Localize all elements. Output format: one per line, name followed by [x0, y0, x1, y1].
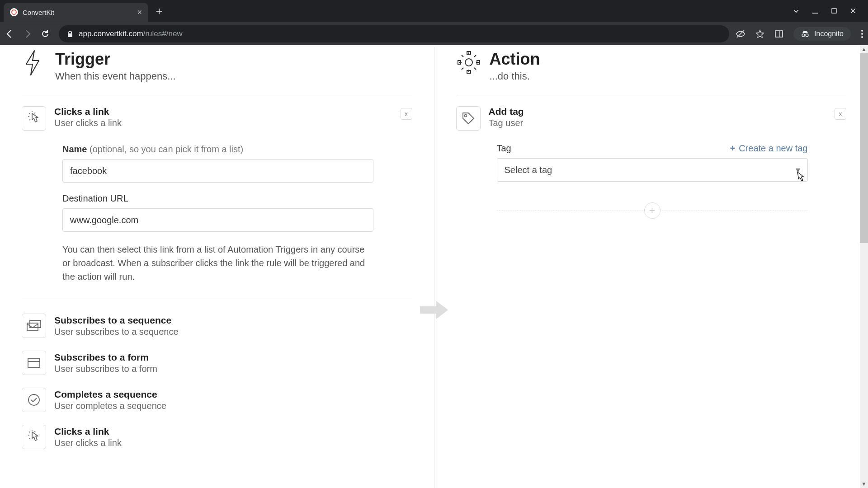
vertical-scrollbar[interactable]: ▲ ▼ — [860, 45, 868, 488]
option-title: Subscribes to a sequence — [54, 315, 179, 326]
incognito-icon — [801, 31, 810, 37]
svg-rect-12 — [27, 323, 38, 330]
arrow-right-icon — [418, 298, 450, 322]
eye-off-icon[interactable] — [736, 29, 745, 39]
svg-rect-2 — [832, 9, 836, 13]
kebab-menu-icon[interactable] — [861, 29, 863, 38]
tag-label: Tag — [497, 143, 511, 154]
svg-point-16 — [28, 394, 39, 405]
new-tab-button[interactable]: ＋ — [154, 4, 165, 18]
action-selected-card: Add tag Tag user x — [456, 105, 847, 131]
url-label: Destination URL — [62, 193, 412, 204]
svg-point-0 — [12, 10, 16, 14]
trigger-remove-button[interactable]: x — [401, 108, 412, 120]
scroll-down-icon[interactable]: ▼ — [860, 480, 868, 488]
svg-point-8 — [806, 34, 808, 37]
incognito-label: Incognito — [814, 30, 844, 38]
window-controls — [793, 8, 864, 14]
pointer-click-icon — [22, 425, 46, 449]
url-host: app.convertkit.com — [79, 29, 143, 38]
divider — [456, 95, 847, 95]
create-tag-button[interactable]: + Create a new tag — [730, 143, 807, 154]
trigger-header: Trigger When this event happens... — [22, 47, 412, 82]
browser-chrome: ConvertKit × ＋ — [0, 0, 868, 45]
tab-title: ConvertKit — [23, 9, 132, 16]
mail-stack-icon — [22, 314, 46, 338]
panel-icon[interactable] — [774, 29, 783, 38]
svg-point-18 — [464, 115, 467, 117]
close-tab-icon[interactable]: × — [137, 8, 142, 17]
pointer-click-icon — [22, 106, 46, 131]
svg-point-10 — [861, 33, 863, 35]
favicon-icon — [10, 8, 18, 16]
action-remove-button[interactable]: x — [835, 108, 846, 120]
action-heading: Action — [490, 50, 540, 69]
address-bar: app.convertkit.com/rules#/new Incognito — [0, 22, 868, 45]
svg-point-7 — [802, 34, 805, 37]
name-input[interactable] — [62, 159, 373, 183]
add-action-button[interactable]: + — [644, 202, 660, 219]
check-circle-icon — [22, 388, 46, 412]
action-subheading: ...do this. — [490, 70, 540, 82]
svg-point-11 — [861, 36, 863, 38]
page-content: Trigger When this event happens... Click… — [0, 45, 868, 488]
toolbar-right: Incognito — [736, 27, 863, 41]
option-title: Subscribes to a form — [54, 352, 157, 363]
trigger-option-completes-sequence[interactable]: Completes a sequence User completes a se… — [22, 383, 412, 417]
action-form: Tag + Create a new tag Select a tag ▾ + — [456, 131, 847, 219]
url-path: /rules#/new — [143, 29, 183, 38]
trigger-heading: Trigger — [55, 50, 176, 69]
trigger-subheading: When this event happens... — [55, 70, 176, 82]
svg-rect-14 — [28, 358, 40, 367]
star-icon[interactable] — [755, 29, 764, 38]
tag-select[interactable]: Select a tag ▾ — [497, 158, 808, 182]
trigger-selected-subtitle: User clicks a link — [54, 118, 122, 128]
back-button[interactable] — [5, 29, 16, 39]
minimize-icon[interactable] — [812, 8, 818, 14]
trigger-help-text: You can then select this link from a lis… — [62, 243, 374, 283]
scroll-up-icon[interactable]: ▲ — [860, 45, 868, 53]
tag-select-placeholder: Select a tag — [505, 165, 552, 175]
incognito-chip[interactable]: Incognito — [793, 27, 851, 41]
trigger-column: Trigger When this event happens... Click… — [0, 47, 434, 488]
trigger-selected-card: Clicks a link User clicks a link x — [22, 105, 412, 131]
url-field-block: Destination URL — [62, 193, 412, 232]
forward-button[interactable] — [23, 29, 34, 39]
divider — [22, 95, 412, 95]
url-input[interactable] — [62, 208, 373, 232]
browser-tab[interactable]: ConvertKit × — [4, 3, 148, 22]
form-icon — [22, 351, 46, 375]
gear-icon — [456, 50, 481, 75]
plus-icon: + — [730, 143, 735, 154]
lightning-icon — [22, 50, 46, 76]
scroll-thumb[interactable] — [860, 53, 868, 243]
tab-dropdown-icon[interactable] — [793, 8, 799, 14]
tab-bar: ConvertKit × ＋ — [0, 0, 868, 22]
option-title: Completes a sequence — [54, 389, 166, 400]
svg-point-17 — [465, 59, 472, 66]
svg-rect-5 — [775, 31, 783, 37]
maximize-icon[interactable] — [831, 8, 837, 14]
action-selected-title: Add tag — [489, 106, 524, 117]
action-column: Action ...do this. Add tag Tag user x Ta… — [434, 47, 868, 488]
action-selected-subtitle: Tag user — [489, 118, 524, 128]
trigger-selected-title: Clicks a link — [54, 106, 122, 117]
svg-point-9 — [861, 30, 863, 32]
action-header: Action ...do this. — [456, 47, 847, 82]
option-subtitle: User clicks a link — [54, 438, 122, 448]
option-subtitle: User completes a sequence — [54, 401, 166, 411]
trigger-option-clicks-link[interactable]: Clicks a link User clicks a link — [22, 420, 412, 454]
name-label: Name (optional, so you can pick it from … — [62, 144, 412, 155]
close-window-icon[interactable] — [850, 8, 856, 14]
divider — [22, 299, 412, 299]
url-field[interactable]: app.convertkit.com/rules#/new — [59, 25, 729, 42]
option-subtitle: User subscribes to a sequence — [54, 327, 179, 337]
trigger-option-subscribes-sequence[interactable]: Subscribes to a sequence User subscribes… — [22, 309, 412, 343]
reload-button[interactable] — [41, 29, 52, 38]
lock-icon — [67, 30, 73, 38]
option-title: Clicks a link — [54, 426, 122, 437]
tag-icon — [456, 106, 481, 131]
name-field-block: Name (optional, so you can pick it from … — [62, 144, 412, 183]
trigger-form: Name (optional, so you can pick it from … — [22, 131, 412, 283]
trigger-option-subscribes-form[interactable]: Subscribes to a form User subscribes to … — [22, 346, 412, 380]
